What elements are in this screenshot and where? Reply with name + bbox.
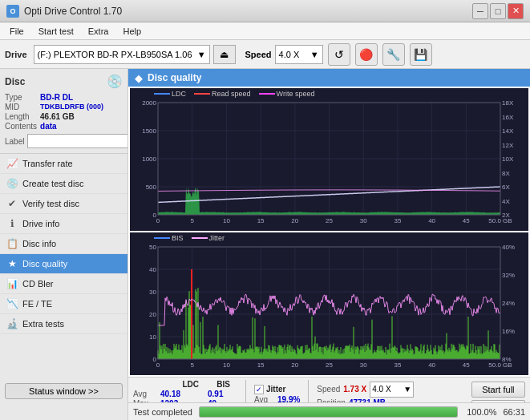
read-speed-legend-item: Read speed: [194, 90, 251, 98]
status-window-label: Status window >>: [29, 386, 99, 396]
avg-label: Avg: [133, 390, 157, 398]
jitter-legend-color: [192, 237, 208, 239]
menu-help[interactable]: Help: [116, 25, 148, 38]
progress-bar: [200, 407, 457, 417]
avg-bis: 0.91: [208, 390, 223, 398]
sidebar-label-fe-te: FE / TE: [22, 299, 52, 309]
disc-header: Disc 💿: [5, 74, 123, 90]
mid-label: MID: [5, 103, 37, 111]
avg-ldc: 40.18: [160, 390, 204, 398]
length-value: 46.61 GB: [40, 112, 123, 121]
extra-tests-icon: 🔬: [6, 318, 18, 329]
sidebar-label-disc-info: Disc info: [22, 239, 56, 248]
cd-bler-icon: 📊: [6, 278, 18, 289]
content-area: ◆ Disc quality LDC Read speed: [128, 69, 530, 420]
label-input[interactable]: [27, 134, 128, 148]
tools-button[interactable]: 🔧: [382, 43, 405, 66]
status-bar: Test completed 100.0% 66:31: [128, 402, 530, 420]
ldc-legend-color: [154, 93, 170, 95]
write-speed-legend-color: [259, 93, 275, 95]
sidebar-label-create-disc: Create test disc: [22, 179, 83, 188]
length-label: Length: [5, 112, 37, 121]
jitter-header-row: ✓ Jitter: [254, 385, 300, 394]
progress-bar-container: [199, 406, 458, 418]
type-label: Type: [5, 93, 37, 102]
jitter-label: Jitter: [266, 385, 285, 394]
sidebar-label-disc-quality: Disc quality: [22, 259, 67, 269]
status-text: Test completed: [133, 407, 192, 417]
speed-label: Speed: [245, 50, 272, 59]
settings-button[interactable]: 🔴: [355, 43, 378, 66]
refresh-button[interactable]: ↺: [328, 43, 350, 66]
drive-info-icon: ℹ: [6, 218, 18, 229]
speed-row: Speed 1.73 X 4.0 X ▼: [317, 382, 414, 398]
sidebar-label-verify-disc: Verify test disc: [22, 199, 79, 208]
speed-select-value: 4.0 X: [372, 385, 390, 394]
menu-extra[interactable]: Extra: [82, 25, 115, 38]
chart-title: Disc quality: [148, 72, 201, 83]
sidebar-label-drive-info: Drive info: [22, 219, 59, 228]
ldc-col-header: LDC: [182, 380, 199, 389]
sidebar-item-drive-info[interactable]: ℹ Drive info: [0, 214, 127, 234]
chart2-container: BIS Jitter: [130, 232, 528, 375]
contents-value: data: [40, 122, 123, 131]
drive-label: Drive: [5, 50, 27, 59]
disc-info-icon: 📋: [6, 238, 18, 249]
toolbar: Drive (F:) PLEXTOR BD-R PX-LB950SA 1.06 …: [0, 40, 530, 69]
mid-value: TDKBLDRFB (000): [40, 103, 123, 111]
menu-file[interactable]: File: [3, 25, 30, 38]
menu-start-test[interactable]: Start test: [32, 25, 80, 38]
speed-select[interactable]: 4.0 X ▼: [275, 45, 323, 64]
jitter-legend-label: Jitter: [209, 234, 225, 242]
minimize-button[interactable]: ─: [472, 3, 488, 19]
drive-select[interactable]: (F:) PLEXTOR BD-R PX-LB950SA 1.06 ▼: [34, 45, 210, 64]
status-window-button[interactable]: Status window >>: [5, 383, 123, 399]
start-full-button[interactable]: Start full: [471, 382, 525, 398]
eject-button[interactable]: ⏏: [213, 45, 236, 64]
bis-legend-label: BIS: [172, 234, 184, 242]
close-button[interactable]: ✕: [508, 3, 524, 19]
sidebar-label-transfer-rate: Transfer rate: [22, 159, 73, 168]
sidebar-item-disc-quality[interactable]: ★ Disc quality: [0, 254, 127, 274]
sidebar-item-transfer-rate[interactable]: 📈 Transfer rate: [0, 154, 127, 174]
ldc-legend-label: LDC: [172, 90, 186, 98]
bis-legend-color: [154, 237, 170, 239]
progress-percentage: 100.0%: [464, 407, 496, 417]
sidebar-item-disc-info[interactable]: 📋 Disc info: [0, 234, 127, 254]
app-icon: O: [6, 5, 19, 18]
contents-label: Contents: [5, 122, 37, 131]
menu-bar: File Start test Extra Help: [0, 22, 530, 40]
speed-stat-select[interactable]: 4.0 X ▼: [370, 382, 414, 398]
maximize-button[interactable]: □: [490, 3, 506, 19]
chart1-container: LDC Read speed Write speed: [130, 88, 528, 231]
status-time: 66:31: [503, 407, 525, 417]
sidebar-item-cd-bler[interactable]: 📊 CD Bler: [0, 274, 127, 294]
sidebar-item-fe-te[interactable]: 📉 FE / TE: [0, 294, 127, 314]
sidebar-item-verify-test-disc[interactable]: ✔ Verify test disc: [0, 194, 127, 214]
transfer-rate-icon: 📈: [6, 158, 18, 169]
jitter-checkbox[interactable]: ✓: [254, 385, 264, 394]
app-title: Opti Drive Control 1.70: [24, 6, 122, 17]
jitter-legend-item: Jitter: [192, 234, 225, 242]
main-layout: Disc 💿 Type BD-R DL MID TDKBLDRFB (000) …: [0, 69, 530, 420]
disc-info-grid: Type BD-R DL MID TDKBLDRFB (000) Length …: [5, 93, 123, 131]
save-button[interactable]: 💾: [410, 43, 432, 66]
disc-icon[interactable]: 💿: [107, 74, 123, 90]
sidebar: Disc 💿 Type BD-R DL MID TDKBLDRFB (000) …: [0, 69, 128, 420]
label-row: Label ⚙: [5, 134, 123, 148]
title-bar-left: O Opti Drive Control 1.70: [6, 5, 122, 18]
bis-legend-item: BIS: [154, 234, 184, 242]
create-disc-icon: 💿: [6, 178, 18, 189]
read-speed-legend-label: Read speed: [212, 90, 251, 98]
speed-stat-label: Speed: [317, 385, 340, 394]
title-controls: ─ □ ✕: [472, 3, 524, 19]
sidebar-item-extra-tests[interactable]: 🔬 Extra tests: [0, 314, 127, 334]
stats-headers: LDC BIS: [133, 380, 237, 389]
disc-title: Disc: [5, 76, 25, 87]
disc-section: Disc 💿 Type BD-R DL MID TDKBLDRFB (000) …: [0, 69, 127, 154]
charts-container: LDC Read speed Write speed: [128, 87, 530, 377]
ldc-legend-item: LDC: [154, 90, 186, 98]
verify-disc-icon: ✔: [6, 198, 18, 209]
disc-quality-icon: ★: [6, 258, 18, 269]
sidebar-item-create-test-disc[interactable]: 💿 Create test disc: [0, 174, 127, 194]
